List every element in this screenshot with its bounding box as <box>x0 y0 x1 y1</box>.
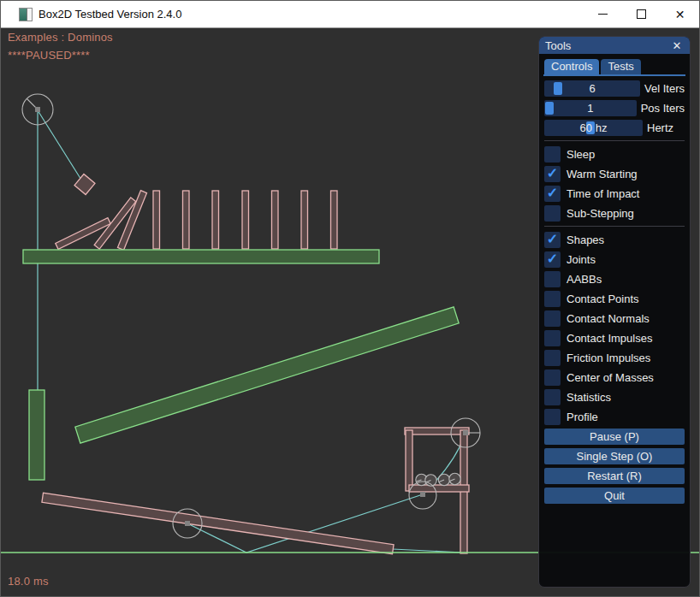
tabbar: Controls Tests <box>544 59 685 74</box>
checkbox-profile[interactable]: ✓ Profile <box>544 409 685 425</box>
joint-anchor <box>420 492 425 497</box>
window-title: Box2D Testbed Version 2.4.0 <box>39 8 181 21</box>
separator <box>544 226 685 227</box>
slider-label: Vel Iters <box>644 82 685 95</box>
checkbox-box: ✓ <box>544 409 561 425</box>
app-window: Box2D Testbed Version 2.4.0 ✕ <box>0 0 700 597</box>
checkbox-contact-impulses[interactable]: ✓ Contact Impulses <box>544 330 685 346</box>
tools-panel: Tools ✕ Controls Tests 6 Vel Iters 1 <box>538 36 691 588</box>
checkbox-sleep[interactable]: ✓ Sleep <box>544 146 685 163</box>
platform <box>23 250 379 263</box>
domino <box>272 191 279 249</box>
domino <box>212 191 219 249</box>
tools-panel-titlebar[interactable]: Tools ✕ <box>539 37 690 54</box>
checkbox-box: ✓ <box>544 166 561 182</box>
checkbox-box: ✓ <box>544 205 561 222</box>
tabbar-underline <box>543 74 685 76</box>
checkbox-time-of-impact[interactable]: ✓ Time of Impact <box>544 186 685 202</box>
checkbox-aabbs[interactable]: ✓ AABBs <box>544 271 685 287</box>
checkbox-box: ✓ <box>544 389 561 405</box>
tools-panel-title: Tools <box>545 39 670 52</box>
domino <box>153 191 160 249</box>
checkbox-friction-impulses[interactable]: ✓ Friction Impulses <box>544 350 685 366</box>
checkbox-label: Time of Impact <box>567 187 639 200</box>
minimize-icon <box>598 14 608 15</box>
quit-button[interactable]: Quit <box>544 488 685 504</box>
check-icon: ✓ <box>547 167 558 180</box>
example-label: Examples : Dominos <box>8 31 113 44</box>
slider-value: 60 hz <box>544 120 643 136</box>
joint-line <box>38 110 84 184</box>
checkbox-warm-starting[interactable]: ✓ Warm Starting <box>544 166 685 182</box>
checkbox-box: ✓ <box>544 291 561 307</box>
close-icon: ✕ <box>675 9 685 21</box>
checkbox-label: Contact Impulses <box>567 332 652 345</box>
checkbox-label: Contact Normals <box>567 312 650 325</box>
close-button[interactable]: ✕ <box>661 1 699 27</box>
restart-button[interactable]: Restart (R) <box>544 468 685 484</box>
maximize-icon <box>637 9 646 19</box>
checkbox-center-of-masses[interactable]: ✓ Center of Masses <box>544 369 685 386</box>
checkbox-label: Profile <box>567 411 598 423</box>
cradle-top-beam <box>405 428 469 434</box>
pendulum-box <box>74 174 95 195</box>
tab-controls[interactable]: Controls <box>544 59 599 74</box>
pos-iters-slider[interactable]: 1 <box>544 100 637 116</box>
checkbox-contact-normals[interactable]: ✓ Contact Normals <box>544 310 685 327</box>
checkbox-box: ✓ <box>544 271 561 287</box>
joint-anchor <box>35 107 40 112</box>
minimize-button[interactable] <box>584 1 622 27</box>
hertz-slider[interactable]: 60 hz <box>544 120 643 136</box>
checkbox-label: Joints <box>567 253 596 266</box>
checkbox-label: Sleep <box>567 148 595 161</box>
checkbox-label: Contact Points <box>567 293 639 305</box>
domino <box>242 191 249 249</box>
single-step-button[interactable]: Single Step (O) <box>544 448 685 464</box>
frame-time-label: 18.0 ms <box>8 575 49 588</box>
slider-label: Pos Iters <box>641 102 685 115</box>
checkbox-box: ✓ <box>544 251 561 268</box>
tab-tests[interactable]: Tests <box>601 59 640 74</box>
ramp <box>75 307 459 443</box>
domino <box>331 191 338 249</box>
vertical-column <box>29 390 44 480</box>
checkbox-box: ✓ <box>544 232 561 248</box>
domino <box>301 191 308 249</box>
checkbox-sub-stepping[interactable]: ✓ Sub-Stepping <box>544 205 685 222</box>
checkbox-box: ✓ <box>544 186 561 202</box>
panel-close-button[interactable]: ✕ <box>670 39 684 52</box>
cradle-left-post <box>406 430 412 491</box>
checkbox-label: Friction Impulses <box>567 352 650 364</box>
checkbox-box: ✓ <box>544 369 561 386</box>
slider-value: 1 <box>544 100 637 116</box>
joint-anchor <box>463 430 468 435</box>
cradle-shelf <box>409 485 469 492</box>
pause-button[interactable]: Pause (P) <box>544 429 685 445</box>
app-icon <box>19 8 33 21</box>
checkbox-statistics[interactable]: ✓ Statistics <box>544 389 685 405</box>
checkbox-box: ✓ <box>544 350 561 366</box>
vel-iters-row: 6 Vel Iters <box>544 80 685 97</box>
checkbox-label: Shapes <box>567 233 604 246</box>
checkbox-label: Center of Masses <box>567 371 654 384</box>
slider-value: 6 <box>544 80 640 97</box>
checkbox-box: ✓ <box>544 146 561 163</box>
joint-anchor <box>185 521 190 526</box>
checkbox-box: ✓ <box>544 330 561 346</box>
check-icon: ✓ <box>547 233 558 246</box>
seesaw-plank <box>42 493 394 553</box>
checkbox-label: Sub-Stepping <box>567 207 634 220</box>
maximize-button[interactable] <box>622 1 661 27</box>
vel-iters-slider[interactable]: 6 <box>544 80 640 97</box>
checkbox-contact-points[interactable]: ✓ Contact Points <box>544 291 685 307</box>
slider-label: Hertz <box>647 121 673 134</box>
titlebar: Box2D Testbed Version 2.4.0 ✕ <box>1 1 699 28</box>
checkbox-label: Statistics <box>567 391 611 404</box>
separator <box>544 140 685 141</box>
check-icon: ✓ <box>547 252 558 266</box>
check-icon: ✓ <box>547 186 558 200</box>
checkbox-shapes[interactable]: ✓ Shapes <box>544 232 685 248</box>
checkbox-joints[interactable]: ✓ Joints <box>544 251 685 268</box>
hertz-row: 60 hz Hertz <box>544 120 685 136</box>
checkbox-label: AABBs <box>567 273 602 286</box>
